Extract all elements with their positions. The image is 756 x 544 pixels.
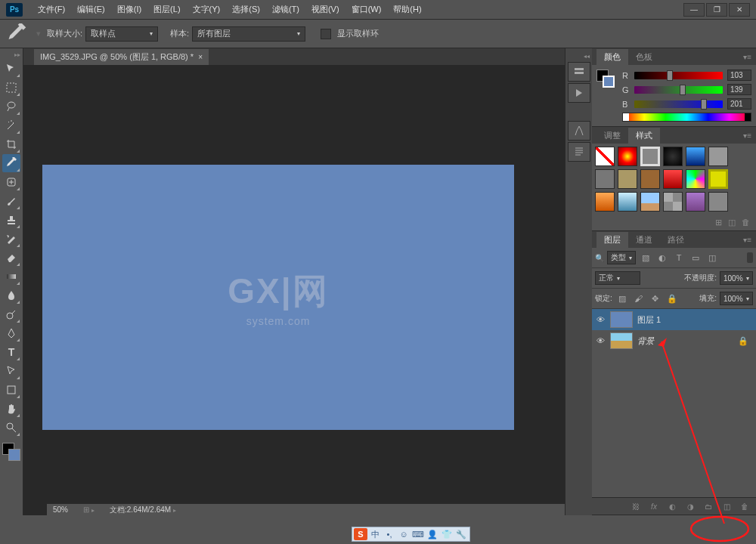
filter-shape-icon[interactable]: ▭ bbox=[689, 251, 702, 264]
style-preset[interactable] bbox=[708, 169, 728, 189]
g-value[interactable]: 139 bbox=[727, 84, 751, 95]
gradient-tool[interactable] bbox=[2, 267, 20, 286]
style-preset[interactable] bbox=[663, 192, 683, 212]
r-slider[interactable] bbox=[634, 72, 723, 79]
layers-tab[interactable]: 图层 bbox=[596, 232, 628, 248]
character-panel-icon[interactable] bbox=[568, 121, 590, 141]
pen-tool[interactable] bbox=[2, 324, 20, 342]
style-preset[interactable] bbox=[618, 147, 637, 166]
panel-menu-icon[interactable]: ▾≡ bbox=[739, 236, 756, 244]
healing-tool[interactable] bbox=[2, 173, 20, 191]
channels-tab[interactable]: 通道 bbox=[628, 232, 660, 248]
filter-type-icon[interactable]: T bbox=[672, 251, 686, 264]
menu-image[interactable]: 图像(I) bbox=[111, 1, 147, 18]
brush-tool[interactable] bbox=[2, 192, 20, 210]
layer-fx-icon[interactable]: fx bbox=[647, 501, 661, 512]
paths-tab[interactable]: 路径 bbox=[660, 232, 692, 248]
zoom-level[interactable]: 50% bbox=[53, 505, 68, 514]
layer-name[interactable]: 图层 1 bbox=[637, 314, 661, 326]
color-tab[interactable]: 颜色 bbox=[596, 49, 628, 65]
history-panel-icon[interactable] bbox=[568, 62, 590, 82]
layer-filter-type[interactable]: 类型▾ bbox=[607, 251, 636, 264]
crop-tool[interactable] bbox=[2, 135, 20, 153]
document-tab[interactable]: IMG_3529.JPG @ 50% (图层 1, RGB/8) * × bbox=[34, 49, 209, 65]
filter-toggle[interactable] bbox=[747, 252, 753, 263]
ime-toolbar[interactable]: S 中 •, ☺ ⌨ 👤 👕 🔧 bbox=[352, 527, 470, 542]
swatches-tab[interactable]: 色板 bbox=[628, 49, 660, 65]
menu-view[interactable]: 视图(V) bbox=[305, 1, 345, 18]
b-slider[interactable] bbox=[634, 100, 723, 108]
adjustments-tab[interactable]: 调整 bbox=[596, 128, 628, 144]
menu-filter[interactable]: 滤镜(T) bbox=[266, 1, 305, 18]
new-style-icon[interactable]: ◫ bbox=[728, 218, 736, 227]
shape-tool[interactable] bbox=[2, 381, 20, 399]
menu-help[interactable]: 帮助(H) bbox=[387, 1, 427, 18]
active-tool-eyedropper-icon[interactable] bbox=[6, 23, 27, 45]
panel-menu-icon[interactable]: ▾≡ bbox=[739, 131, 756, 140]
ime-skin-button[interactable]: 👕 bbox=[440, 528, 454, 540]
eraser-tool[interactable] bbox=[2, 249, 20, 267]
ime-punct-button[interactable]: •, bbox=[383, 528, 396, 540]
delete-layer-icon[interactable]: 🗑 bbox=[738, 501, 751, 512]
layer-item-background[interactable]: 👁 背景 🔒 bbox=[592, 330, 756, 351]
eyedropper-tool[interactable] bbox=[2, 154, 20, 172]
style-preset[interactable] bbox=[686, 192, 705, 212]
sample-select[interactable]: 所有图层▾ bbox=[192, 26, 305, 42]
ime-login-button[interactable]: 👤 bbox=[426, 528, 439, 540]
ime-logo-icon[interactable]: S bbox=[354, 528, 367, 540]
style-preset[interactable] bbox=[640, 147, 660, 166]
new-layer-icon[interactable]: ◫ bbox=[720, 501, 733, 512]
style-preset[interactable] bbox=[708, 147, 728, 166]
style-preset[interactable] bbox=[663, 169, 683, 189]
type-tool[interactable]: T bbox=[2, 343, 20, 361]
ime-keyboard-button[interactable]: ⌨ bbox=[411, 528, 425, 540]
adjustment-layer-icon[interactable]: ◑ bbox=[683, 501, 697, 512]
spectrum-bar[interactable] bbox=[622, 113, 751, 122]
lock-pixels-icon[interactable]: 🖌 bbox=[632, 292, 646, 305]
layer-name[interactable]: 背景 bbox=[637, 335, 654, 347]
zoom-tool[interactable] bbox=[2, 419, 20, 437]
menu-type[interactable]: 文字(Y) bbox=[187, 1, 227, 18]
filter-smart-icon[interactable]: ◫ bbox=[705, 251, 719, 264]
panel-menu-icon[interactable]: ▾≡ bbox=[739, 53, 756, 61]
lock-transparent-icon[interactable]: ▨ bbox=[615, 292, 629, 305]
style-none[interactable] bbox=[595, 147, 615, 166]
sample-size-select[interactable]: 取样点▾ bbox=[85, 26, 158, 42]
layer-mask-icon[interactable]: ◐ bbox=[665, 501, 679, 512]
path-select-tool[interactable] bbox=[2, 362, 20, 380]
blend-mode-select[interactable]: 正常▾ bbox=[595, 271, 640, 285]
maximize-button[interactable]: ❐ bbox=[706, 3, 727, 17]
lock-position-icon[interactable]: ✥ bbox=[649, 292, 662, 305]
bg-color-swatch[interactable] bbox=[603, 76, 615, 88]
visibility-toggle-icon[interactable]: 👁 bbox=[595, 314, 606, 325]
style-preset[interactable] bbox=[640, 192, 660, 212]
layer-thumbnail[interactable] bbox=[610, 332, 633, 349]
marquee-tool[interactable] bbox=[2, 79, 20, 97]
filter-adjust-icon[interactable]: ◐ bbox=[655, 251, 669, 264]
show-ring-checkbox[interactable] bbox=[321, 29, 331, 39]
layer-item-1[interactable]: 👁 图层 1 bbox=[592, 309, 756, 330]
link-layers-icon[interactable]: ⛓ bbox=[629, 501, 643, 512]
menu-file[interactable]: 文件(F) bbox=[32, 1, 71, 18]
actions-panel-icon[interactable] bbox=[568, 83, 590, 103]
style-preset[interactable] bbox=[686, 169, 705, 189]
lasso-tool[interactable] bbox=[2, 97, 20, 116]
style-preset[interactable] bbox=[708, 192, 728, 212]
minimize-button[interactable]: — bbox=[683, 3, 705, 17]
visibility-toggle-icon[interactable]: 👁 bbox=[595, 335, 606, 346]
canvas-area[interactable]: IMG_3529.JPG @ 50% (图层 1, RGB/8) * × GX|… bbox=[23, 48, 565, 515]
style-options-icon[interactable]: ⊞ bbox=[715, 218, 722, 227]
style-preset[interactable] bbox=[640, 169, 660, 189]
g-slider[interactable] bbox=[634, 86, 723, 94]
hand-tool[interactable] bbox=[2, 400, 20, 418]
style-preset[interactable] bbox=[595, 169, 615, 189]
stamp-tool[interactable] bbox=[2, 211, 20, 229]
menu-edit[interactable]: 编辑(E) bbox=[71, 1, 111, 18]
canvas[interactable]: GX|网 system.com bbox=[42, 165, 514, 430]
style-preset[interactable] bbox=[686, 147, 705, 166]
fill-value[interactable]: 100%▾ bbox=[720, 292, 753, 305]
r-value[interactable]: 103 bbox=[727, 70, 751, 81]
color-swatches[interactable] bbox=[0, 441, 23, 467]
background-swatch[interactable] bbox=[8, 449, 20, 461]
styles-tab[interactable]: 样式 bbox=[628, 128, 660, 144]
